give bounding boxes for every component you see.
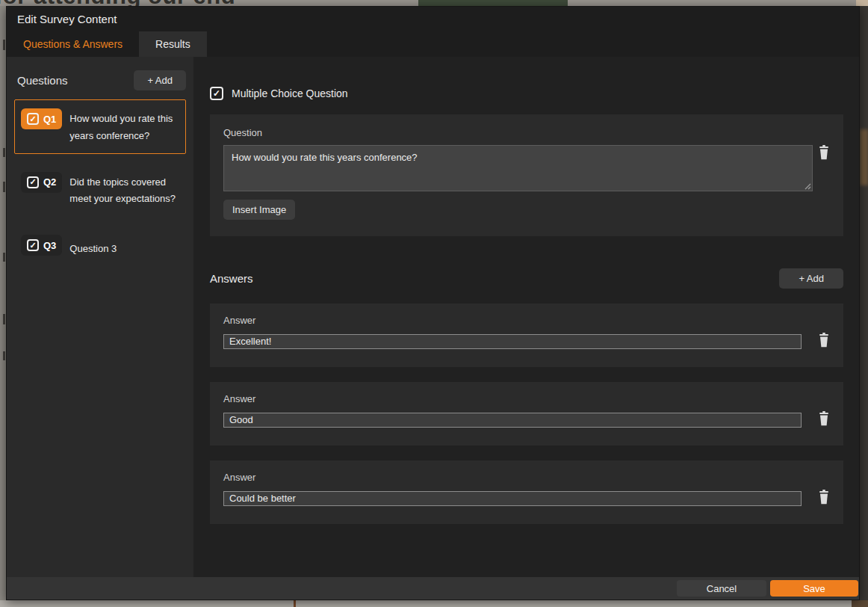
answer-input-1[interactable] xyxy=(223,334,802,349)
question-field-label: Question xyxy=(223,127,830,138)
checkmark-icon: ✓ xyxy=(29,115,36,123)
question-text-input[interactable]: How would you rate this years conference… xyxy=(223,145,813,191)
backdrop-beige-fragment xyxy=(856,0,868,6)
questions-heading: Questions xyxy=(17,74,68,87)
edit-survey-dialog: Edit Survey Content Questions & Answers … xyxy=(6,6,860,600)
question-editor-panel: ✓ Multiple Choice Question Question How … xyxy=(193,57,859,577)
question-card: Question How would you rate this years c… xyxy=(210,114,843,236)
add-question-button[interactable]: + Add xyxy=(134,70,186,90)
question-checkbox-q3[interactable]: ✓ xyxy=(27,239,39,251)
question-badge-q1: ✓ Q1 xyxy=(21,108,62,129)
question-item-q2[interactable]: ✓ Q2 Did the topics covered meet your ex… xyxy=(14,163,186,218)
backdrop-bottom-strip xyxy=(0,600,868,607)
trash-icon xyxy=(818,411,830,426)
add-answer-button[interactable]: + Add xyxy=(779,268,843,289)
backdrop-image-fragment xyxy=(418,0,568,6)
answer-input-3[interactable] xyxy=(223,491,802,506)
tab-bar: Questions & Answers Results xyxy=(7,31,859,57)
multiple-choice-checkbox[interactable]: ✓ xyxy=(210,87,223,100)
insert-image-button[interactable]: Insert Image xyxy=(223,200,295,220)
tab-results[interactable]: Results xyxy=(139,31,207,57)
trash-icon xyxy=(818,145,830,160)
tab-questions-answers-label: Questions & Answers xyxy=(23,38,123,50)
question-preview-text: Question 3 xyxy=(69,235,117,258)
delete-answer-button-3[interactable] xyxy=(818,490,830,507)
dialog-title: Edit Survey Content xyxy=(17,13,117,25)
question-preview-text: How would you rate this years conference… xyxy=(69,108,179,145)
dialog-titlebar: Edit Survey Content xyxy=(7,7,859,31)
question-id-label: Q2 xyxy=(43,176,56,188)
question-checkbox-q1[interactable]: ✓ xyxy=(27,113,39,125)
questions-sidebar: Questions + Add ✓ Q1 How would you rate … xyxy=(7,57,193,577)
cancel-button[interactable]: Cancel xyxy=(677,580,766,597)
answer-field-label: Answer xyxy=(223,472,830,483)
question-list: ✓ Q1 How would you rate this years confe… xyxy=(7,99,193,267)
answer-input-2[interactable] xyxy=(223,413,802,428)
question-checkbox-q2[interactable]: ✓ xyxy=(27,176,39,188)
delete-answer-button-1[interactable] xyxy=(818,333,830,350)
multiple-choice-label: Multiple Choice Question xyxy=(232,87,348,99)
question-preview-text: Did the topics covered meet your expecta… xyxy=(69,172,179,209)
answer-card: Answer xyxy=(210,382,843,446)
answers-heading: Answers xyxy=(210,272,253,285)
answer-card: Answer xyxy=(210,460,843,524)
tab-questions-answers[interactable]: Questions & Answers xyxy=(7,31,139,57)
dialog-footer: Cancel Save xyxy=(7,577,859,600)
question-badge-q2: ✓ Q2 xyxy=(21,172,62,193)
question-id-label: Q3 xyxy=(43,240,56,251)
delete-answer-button-2[interactable] xyxy=(818,411,830,428)
answer-card: Answer xyxy=(210,304,843,367)
save-button[interactable]: Save xyxy=(770,580,858,597)
question-item-q3[interactable]: ✓ Q3 Question 3 xyxy=(14,226,186,267)
checkmark-icon: ✓ xyxy=(29,178,36,186)
backdrop-right-strip xyxy=(860,6,868,600)
trash-icon xyxy=(818,333,830,348)
question-badge-q3: ✓ Q3 xyxy=(21,235,62,256)
question-id-label: Q1 xyxy=(43,114,56,125)
backdrop-left-strip xyxy=(0,6,6,600)
checkmark-icon: ✓ xyxy=(29,241,36,250)
checkmark-icon: ✓ xyxy=(213,88,220,99)
trash-icon xyxy=(818,490,830,505)
answer-field-label: Answer xyxy=(223,393,830,404)
tab-results-label: Results xyxy=(155,38,190,50)
answer-field-label: Answer xyxy=(223,315,830,326)
delete-question-button[interactable] xyxy=(818,145,830,162)
question-item-q1[interactable]: ✓ Q1 How would you rate this years confe… xyxy=(14,99,186,154)
